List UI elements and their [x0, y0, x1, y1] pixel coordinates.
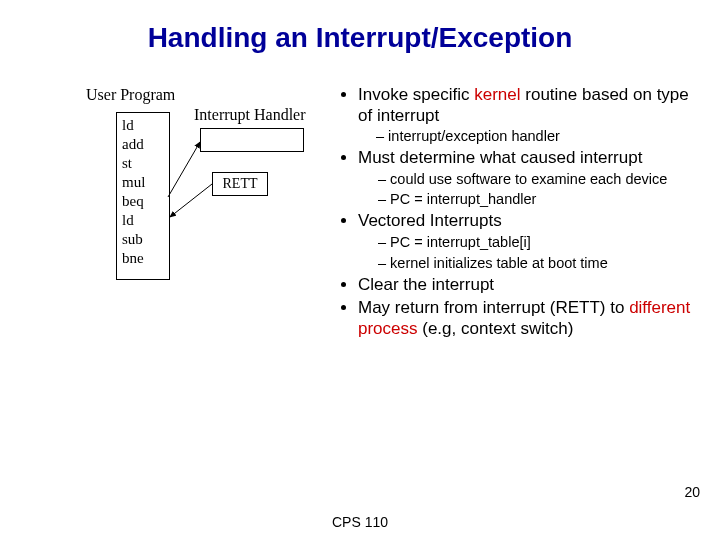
bullet-invoke: Invoke specific kernel routine based on …: [358, 84, 700, 145]
page-number: 20: [684, 484, 700, 500]
sub-bullet: interrupt/exception handler: [376, 127, 700, 145]
svg-line-1: [170, 184, 212, 217]
text-kernel: kernel: [474, 85, 520, 104]
bullet-determine: Must determine what caused interrupt: [358, 147, 700, 168]
text: May return from interrupt (RETT) to: [358, 298, 629, 317]
bullet-vectored: Vectored Interrupts: [358, 210, 700, 231]
sub-bullet: could use software to examine each devic…: [378, 170, 700, 188]
sub-bullet: kernel initializes table at boot time: [378, 254, 700, 272]
sub-bullet: PC = interrupt_table[i]: [378, 233, 700, 251]
bullet-return: May return from interrupt (RETT) to diff…: [358, 297, 700, 340]
bullet-list: Invoke specific kernel routine based on …: [340, 84, 700, 341]
text: Invoke specific: [358, 85, 474, 104]
sub-bullet: PC = interrupt_handler: [378, 190, 700, 208]
slide: Handling an Interrupt/Exception User Pro…: [0, 0, 720, 540]
svg-line-0: [168, 142, 200, 197]
course-footer: CPS 110: [0, 514, 720, 530]
bullet-clear: Clear the interrupt: [358, 274, 700, 295]
text: (e.g, context switch): [418, 319, 574, 338]
